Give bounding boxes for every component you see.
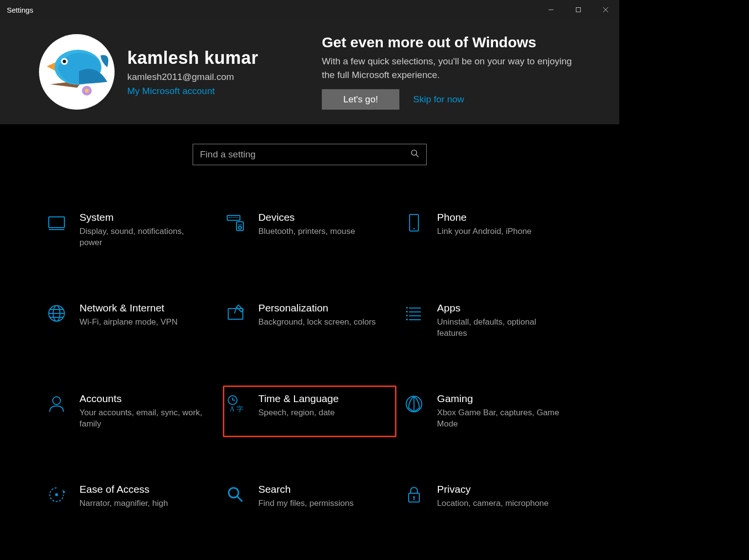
promo-block: Get even more out of Windows With a few … — [322, 34, 580, 110]
settings-window: Settings — [0, 0, 619, 463]
category-text: Ease of AccessNarrator, magnifier, high — [79, 483, 168, 509]
category-title: Gaming — [437, 393, 564, 405]
category-desc: Narrator, magnifier, high — [79, 498, 168, 509]
svg-rect-39 — [406, 319, 408, 320]
category-title: Network & Internet — [79, 302, 177, 314]
category-ease-of-access[interactable]: Ease of AccessNarrator, magnifier, high — [44, 476, 218, 517]
category-title: Search — [258, 483, 354, 495]
svg-rect-38 — [406, 315, 408, 316]
content-area: SystemDisplay, sound, notifications, pow… — [0, 124, 619, 517]
svg-marker-48 — [62, 490, 65, 494]
lets-go-button[interactable]: Let's go! — [322, 89, 399, 110]
system-icon — [45, 212, 68, 234]
titlebar: Settings — [0, 0, 619, 19]
svg-point-40 — [53, 397, 60, 405]
category-devices[interactable]: DevicesBluetooth, printers, mouse — [223, 204, 397, 256]
category-title: Apps — [437, 302, 564, 314]
svg-point-21 — [240, 224, 241, 225]
category-text: PhoneLink your Android, iPhone — [437, 212, 532, 237]
category-desc: Location, camera, microphone — [437, 498, 549, 509]
category-title: Time & Language — [258, 393, 339, 405]
category-desc: Uninstall, defaults, optional features — [437, 317, 564, 339]
window-title: Settings — [7, 6, 33, 14]
close-icon — [603, 7, 609, 13]
devices-icon — [224, 212, 247, 234]
category-system[interactable]: SystemDisplay, sound, notifications, pow… — [44, 204, 218, 256]
svg-rect-1 — [576, 8, 581, 12]
phone-icon — [403, 212, 425, 234]
svg-point-49 — [55, 493, 58, 496]
category-apps[interactable]: AppsUninstall, defaults, optional featur… — [401, 295, 575, 347]
svg-line-10 — [416, 155, 419, 157]
ease-of-access-icon — [45, 483, 68, 506]
minimize-button[interactable] — [537, 0, 565, 19]
time-language-icon: A字 — [224, 393, 247, 415]
svg-point-53 — [413, 496, 415, 498]
category-title: System — [79, 212, 206, 223]
category-accounts[interactable]: AccountsYour accounts, email, sync, work… — [44, 386, 218, 437]
gaming-icon — [403, 393, 425, 415]
search-input[interactable] — [200, 149, 406, 160]
categories-grid: SystemDisplay, sound, notifications, pow… — [44, 204, 575, 517]
category-network[interactable]: Network & InternetWi-Fi, airplane mode, … — [44, 295, 218, 347]
maximize-button[interactable] — [565, 0, 592, 19]
svg-point-8 — [85, 89, 89, 93]
my-microsoft-account-link[interactable]: My Microsoft account — [127, 86, 258, 97]
category-phone[interactable]: PhoneLink your Android, iPhone — [401, 204, 575, 256]
avatar[interactable] — [39, 34, 115, 110]
promo-actions: Let's go! Skip for now — [322, 89, 580, 110]
category-personalization[interactable]: PersonalizationBackground, lock screen, … — [223, 295, 397, 347]
svg-point-22 — [238, 226, 241, 229]
svg-text:字: 字 — [237, 406, 243, 413]
svg-point-9 — [412, 150, 417, 155]
category-title: Privacy — [437, 483, 549, 495]
category-text: AccountsYour accounts, email, sync, work… — [79, 393, 206, 430]
minimize-icon — [548, 7, 554, 13]
category-title: Accounts — [79, 393, 206, 405]
network-icon — [45, 302, 68, 325]
category-desc: Background, lock screen, colors — [258, 317, 376, 328]
category-text: PrivacyLocation, camera, microphone — [437, 483, 549, 509]
maximize-icon — [575, 7, 581, 13]
promo-title: Get even more out of Windows — [322, 34, 580, 51]
category-text: PersonalizationBackground, lock screen, … — [258, 302, 376, 328]
category-text: SystemDisplay, sound, notifications, pow… — [79, 212, 206, 249]
category-search[interactable]: SearchFind my files, permissions — [223, 476, 397, 517]
window-controls — [537, 0, 619, 19]
profile-block: kamlesh kumar kamlesh2011@gmail.com My M… — [39, 34, 293, 110]
category-text: DevicesBluetooth, printers, mouse — [258, 212, 355, 237]
category-title: Phone — [437, 212, 532, 223]
privacy-icon — [403, 483, 425, 506]
category-text: SearchFind my files, permissions — [258, 483, 354, 509]
search-box[interactable] — [193, 144, 427, 165]
category-desc: Your accounts, email, sync, work, family — [79, 407, 206, 430]
category-time-language[interactable]: A字Time & LanguageSpeech, region, date — [223, 386, 397, 437]
search-row — [44, 144, 575, 165]
svg-rect-11 — [49, 217, 64, 228]
search-icon — [224, 483, 247, 506]
profile-text: kamlesh kumar kamlesh2011@gmail.com My M… — [127, 48, 258, 97]
category-gaming[interactable]: GamingXbox Game Bar, captures, Game Mode — [401, 386, 575, 437]
svg-rect-14 — [229, 217, 230, 218]
category-desc: Bluetooth, printers, mouse — [258, 226, 355, 237]
category-desc: Speech, region, date — [258, 407, 339, 419]
accounts-icon — [45, 393, 68, 415]
close-button[interactable] — [592, 0, 619, 19]
skip-for-now-link[interactable]: Skip for now — [413, 94, 464, 105]
svg-point-24 — [414, 228, 415, 230]
svg-point-50 — [229, 488, 238, 498]
promo-subtitle: With a few quick selections, you'll be o… — [322, 55, 580, 81]
category-desc: Xbox Game Bar, captures, Game Mode — [437, 407, 564, 430]
category-privacy[interactable]: PrivacyLocation, camera, microphone — [401, 476, 575, 517]
category-title: Ease of Access — [79, 483, 168, 495]
svg-rect-36 — [406, 307, 408, 309]
svg-line-31 — [235, 307, 237, 313]
profile-name: kamlesh kumar — [127, 48, 258, 68]
profile-email: kamlesh2011@gmail.com — [127, 72, 258, 82]
personalization-icon — [224, 302, 247, 325]
category-text: Network & InternetWi-Fi, airplane mode, … — [79, 302, 177, 328]
category-title: Devices — [258, 212, 355, 223]
apps-icon — [403, 302, 425, 325]
svg-text:A: A — [230, 406, 235, 413]
category-desc: Link your Android, iPhone — [437, 226, 532, 237]
